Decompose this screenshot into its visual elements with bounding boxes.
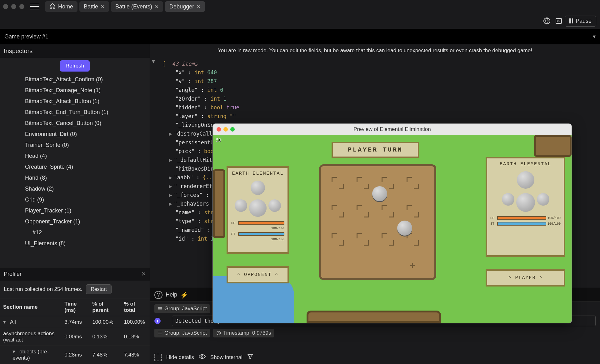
tree-item[interactable]: Grid (9) [3,194,147,205]
titlebar: Home Battle ✕ Battle (Events) ✕ Debugger… [0,0,600,13]
tab-label: Home [58,3,73,10]
creature-mini [516,193,535,212]
game-window-title: Preview of Elemental Elimination [213,126,572,132]
creature-mini [251,181,265,195]
tree-item[interactable]: Opponent_Tracker (1) [3,216,147,227]
raw-mode-warning: You are in raw mode. You can edit the fi… [150,44,600,57]
tree-item[interactable]: BitmapText_End_Turn_Button (1) [3,107,147,118]
profiler-table: Section name Time (ms) % of parent % of … [0,298,150,364]
player-label[interactable]: ^ PLAYER ^ [486,269,565,287]
preview-title: Game preview #1 [4,33,48,40]
tree-item[interactable]: Head (4) [3,151,147,162]
profiler-header: Profiler [4,271,22,277]
tree-item[interactable]: UI_Elements (8) [3,238,147,249]
card-name: EARTH ELEMENTAL [490,162,561,167]
preview-selector[interactable]: Game preview #1 ▾ [0,29,600,44]
help-icon[interactable]: ? [154,291,162,299]
tree-item[interactable]: Player_Tracker (1) [3,205,147,216]
battle-arena: + [319,164,436,280]
tree-item[interactable]: BitmapText_Attack_Confirm (0) [3,74,147,85]
restart-button[interactable]: Restart [86,284,112,294]
creature-mini [235,199,247,212]
bolt-icon[interactable]: ⚡ [180,291,188,299]
player-card: EARTH ELEMENTAL HP100/100 ST100/100 [486,157,565,257]
tab-label: Battle [84,3,98,10]
tab-battle[interactable]: Battle ✕ [79,1,109,12]
creature-mini [268,199,281,212]
show-internal-button[interactable]: Show internal [210,354,242,361]
tab-battle-events[interactable]: Battle (Events) ✕ [111,1,163,12]
creature-sprite[interactable] [372,186,387,201]
table-row[interactable]: asynchronous actions (wait act 0.00ms 0.… [0,328,150,346]
chevron-down-icon[interactable]: ▾ [3,319,8,325]
creature-sprite[interactable] [397,221,412,236]
opponent-card: EARTH ELEMENTAL HP 100/100 ST 100/100 [227,166,289,254]
timestamp-chip: Timestamp: 0.9739s [213,329,274,337]
tree-item[interactable]: Creature_Sprite (4) [3,162,147,172]
collapse-icon[interactable]: ▼ [152,57,155,66]
tree-item[interactable]: BitmapText_Cancel_Button (0) [3,118,147,129]
game-preview-window[interactable]: Preview of Elemental Elimination 50 PLAY… [212,123,572,323]
pause-button[interactable]: Pause [565,16,596,27]
tree-item[interactable]: #12 [3,227,147,238]
close-icon[interactable]: ✕ [197,4,201,10]
tab-debugger[interactable]: Debugger ✕ [165,1,205,12]
console-footer: Hide details Show internal [154,351,596,362]
group-chip[interactable]: Group: JavaScript [154,304,210,313]
help-label[interactable]: Help [166,292,177,298]
svg-point-4 [201,356,203,357]
tree-item[interactable]: Trainer_Sprite (0) [3,140,147,151]
info-icon: i [154,318,161,324]
opponent-label[interactable]: ^ OPPONENT ^ [227,266,289,283]
game-titlebar[interactable]: Preview of Elemental Elimination [213,124,572,135]
refresh-button[interactable]: Refresh [60,60,90,72]
add-icon[interactable]: + [410,260,415,271]
col-time: Time (ms) [61,298,89,316]
network-icon[interactable] [542,16,552,26]
col-name: Section name [0,298,61,316]
game-canvas[interactable]: 50 PLAYER TURN + [213,135,572,323]
tree-item[interactable]: BitmapText_Damage_Note (1) [3,85,147,96]
group-chip[interactable]: Group: JavaScript [154,329,210,337]
card-name: EARTH ELEMENTAL [231,171,284,176]
close-icon[interactable]: ✕ [141,271,146,277]
tab-label: Debugger [169,3,194,10]
close-icon[interactable]: ✕ [155,4,159,10]
filter-icon[interactable] [247,353,254,362]
col-total: % of total [121,298,150,316]
select-icon[interactable] [154,354,162,361]
close-icon[interactable]: ✕ [101,4,105,10]
scene-tree: BitmapText_Attack_Confirm (0) BitmapText… [0,74,150,267]
creature-mini [249,199,267,217]
tab-home[interactable]: Home [45,1,78,12]
col-parent: % of parent [89,298,121,316]
pause-label: Pause [576,18,592,24]
pause-icon [569,18,573,23]
tab-strip: Home Battle ✕ Battle (Events) ✕ Debugger… [45,0,205,13]
creature-mini [537,193,549,206]
hide-details-button[interactable]: Hide details [166,354,194,361]
left-panel: Inspectors Refresh BitmapText_Attack_Con… [0,44,150,364]
table-row[interactable]: ▾objects (pre-events) 0.28ms 7.48% 7.48% [0,346,150,364]
inspectors-header: Inspectors [0,44,150,58]
hud-fps: 50 [216,137,221,142]
home-icon [49,3,56,11]
turn-banner: PLAYER TURN [332,142,419,158]
toolbar: Pause [0,13,600,29]
chevron-down-icon[interactable]: ▾ [12,348,18,355]
console-icon[interactable] [554,16,563,26]
tab-label: Battle (Events) [115,3,152,10]
profiler-panel: Profiler ✕ Last run collected on 254 fra… [0,267,150,364]
tree-item[interactable]: Shadow (2) [3,183,147,194]
tree-item[interactable]: Environment_Dirt (0) [3,129,147,140]
menu-icon[interactable] [30,3,39,10]
window-traffic-lights[interactable] [3,4,24,9]
table-row[interactable]: ▾All 3.74ms 100.00% 100.00% [0,316,150,328]
creature-mini [502,193,514,206]
tree-item[interactable]: BitmapText_Attack_Button (1) [3,96,147,107]
tree-item[interactable]: Hand (8) [3,172,147,183]
profiler-status-text: Last run collected on 254 frames. [4,286,82,292]
creature-mini [517,171,534,189]
chevron-down-icon: ▾ [593,33,596,40]
eye-icon [198,353,206,362]
